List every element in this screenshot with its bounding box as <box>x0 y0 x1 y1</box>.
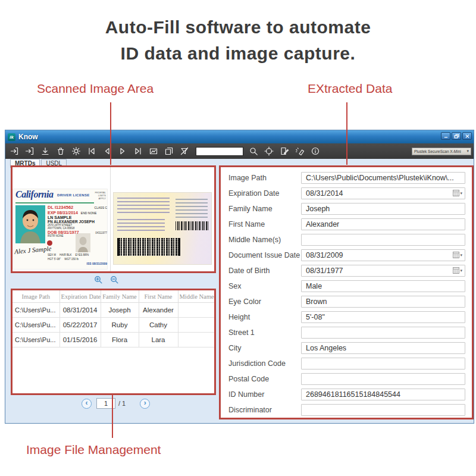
back-text-lines-2 <box>117 217 165 231</box>
page: Auto-Fill software to automate ID data a… <box>0 0 476 476</box>
window-controls <box>441 132 472 140</box>
discriminator-field[interactable] <box>301 404 465 416</box>
field-label: Middle Name(s) <box>221 236 301 244</box>
form-row-document-issue-date: Document Issue Date08/31/2009▾ <box>221 248 472 263</box>
middle-name-s-field[interactable] <box>301 234 465 246</box>
id-number-field[interactable]: 26894618116515184845544 <box>301 389 465 400</box>
date-picker-icon[interactable]: ▾ <box>453 190 462 196</box>
form-row-date-of-birth: Date of Birth08/31/1977▾ <box>221 263 472 278</box>
field-value: 5'-08" <box>302 313 325 321</box>
restore-button[interactable] <box>452 132 461 140</box>
leader-line-management <box>112 394 113 438</box>
license-text-block: DL I1234562 CLASS C EXP 08/31/2014 END N… <box>48 205 107 237</box>
height-field[interactable]: 5'-08" <box>301 311 465 323</box>
search-icon[interactable] <box>248 146 258 156</box>
toolbar: Plustek SecureScan X-Mini ▾ <box>5 143 474 159</box>
annotation-scanned-image-area: Scanned Image Area <box>37 82 154 96</box>
filter-off-icon[interactable] <box>179 146 189 156</box>
device-selector-dropdown[interactable]: Plustek SecureScan X-Mini ▾ <box>412 148 471 155</box>
field-value: C:\Users\Public\Documents\Plustek\iKnow\… <box>302 174 454 182</box>
scanned-image-area: California DRIVER LICENSE FEDERAL LIMITS… <box>11 165 216 273</box>
form-row-middle-name-s: Middle Name(s) <box>221 232 472 248</box>
first-page-icon[interactable] <box>86 146 96 156</box>
field-label: City <box>221 344 301 352</box>
edit-document-icon[interactable] <box>279 146 289 156</box>
field-value: Los Angeles <box>302 344 346 352</box>
settings-icon[interactable] <box>71 146 81 156</box>
form-row-height: Height5'-08" <box>221 309 472 325</box>
zoom-out-button[interactable] <box>109 275 119 287</box>
copy-icon[interactable] <box>164 146 174 156</box>
date-picker-icon[interactable]: ▾ <box>453 267 462 274</box>
document-issue-date-field[interactable]: 08/31/2009▾ <box>301 249 465 261</box>
minimize-button[interactable] <box>441 132 450 140</box>
info-icon[interactable] <box>310 146 320 156</box>
license-bottom-block: SEX M HAIR BLK EYES BRN HGT 5'-08" WGT 1… <box>48 253 107 265</box>
image-file-management-area: Image PathExpiration DateFamily NameFirs… <box>11 289 216 395</box>
toolbar-search-input[interactable] <box>196 147 243 156</box>
prev-page-button[interactable]: ‹ <box>82 399 92 409</box>
date-picker-icon[interactable]: ▾ <box>453 252 462 258</box>
license-green-line <box>15 202 94 203</box>
sex-field[interactable]: Male <box>301 280 465 292</box>
image-path-field[interactable]: C:\Users\Public\Documents\Plustek\iKnow\… <box>301 172 465 184</box>
target-icon[interactable] <box>264 146 274 156</box>
license-rstr: RSTR NONE <box>48 234 107 237</box>
chevron-down-icon: ▾ <box>466 149 469 154</box>
next-icon[interactable] <box>117 146 127 156</box>
form-row-first-name: First NameAlexander <box>221 217 472 232</box>
table-cell: Alexander <box>139 303 178 318</box>
table-row[interactable]: C:\Users\Pu...08/31/2014JosephAlexander <box>12 303 214 318</box>
app-window: ik Know Plustek SecureScan X-Mini ▾ MRTD… <box>5 130 474 424</box>
annotation-image-file-management: Image File Management <box>26 443 161 457</box>
file-table: Image PathExpiration DateFamily NameFirs… <box>12 290 214 347</box>
street-1-field[interactable] <box>301 327 465 339</box>
next-page-button[interactable]: › <box>140 399 150 409</box>
table-row[interactable]: C:\Users\Pu...01/15/2016FloraLara <box>12 333 214 347</box>
scan-canvas: California DRIVER LICENSE FEDERAL LIMITS… <box>12 167 214 271</box>
image-frame-icon[interactable] <box>148 146 158 156</box>
license-iss: ISS 08/31/2009 <box>87 262 107 265</box>
form-row-sex: SexMale <box>221 278 472 294</box>
field-label: First Name <box>221 220 301 228</box>
eraser-icon[interactable] <box>295 146 305 156</box>
zoom-in-button[interactable] <box>93 275 103 287</box>
chevron-down-icon: ▾ <box>460 268 462 273</box>
field-label: Height <box>221 313 301 321</box>
license-dl-number: DL I1234562 <box>48 205 73 210</box>
form-row-discriminator: Discriminator <box>221 402 472 418</box>
last-page-icon[interactable] <box>133 146 143 156</box>
field-value: Alexander <box>302 220 339 228</box>
license-back-image <box>113 192 212 265</box>
table-cell: 05/22/2017 <box>60 318 101 333</box>
save-icon[interactable] <box>40 146 50 156</box>
close-button[interactable] <box>462 132 472 140</box>
first-name-field[interactable]: Alexander <box>301 218 465 230</box>
city-field[interactable]: Los Angeles <box>301 342 465 354</box>
license-front-image: California DRIVER LICENSE FEDERAL LIMITS… <box>12 189 108 270</box>
eye-color-field[interactable]: Brown <box>301 296 465 308</box>
import-icon[interactable] <box>24 146 35 156</box>
table-row[interactable]: C:\Users\Pu...05/22/2017RubyCathy <box>12 318 214 333</box>
license-wgt: WGT 150 lb <box>64 258 79 261</box>
app-logo-icon: ik <box>8 133 15 141</box>
license-portrait-photo <box>15 205 45 243</box>
delete-icon[interactable] <box>55 146 65 156</box>
jurisdiction-code-field[interactable] <box>301 358 465 369</box>
date-of-birth-field[interactable]: 08/31/1977▾ <box>301 265 465 277</box>
export-icon[interactable] <box>9 146 19 156</box>
field-label: Eye Color <box>221 298 301 306</box>
form-row-id-number: ID Number26894618116515184845544 <box>221 387 472 402</box>
form-row-image-path: Image PathC:\Users\Public\Documents\Plus… <box>221 170 472 186</box>
postal-code-field[interactable] <box>301 373 465 385</box>
chevron-down-icon: ▾ <box>460 253 462 258</box>
family-name-field[interactable]: Joseph <box>301 203 465 215</box>
field-value: 08/31/1977 <box>302 267 343 275</box>
form-row-jurisdiction-code: Jurisdiction Code <box>221 356 472 371</box>
field-value: 26894618116515184845544 <box>302 390 400 399</box>
expiration-date-field[interactable]: 08/31/2014▾ <box>301 187 465 199</box>
table-cell <box>178 333 214 347</box>
table-cell: C:\Users\Pu... <box>12 303 60 318</box>
field-label: Street 1 <box>221 328 301 337</box>
table-cell: C:\Users\Pu... <box>12 333 60 347</box>
